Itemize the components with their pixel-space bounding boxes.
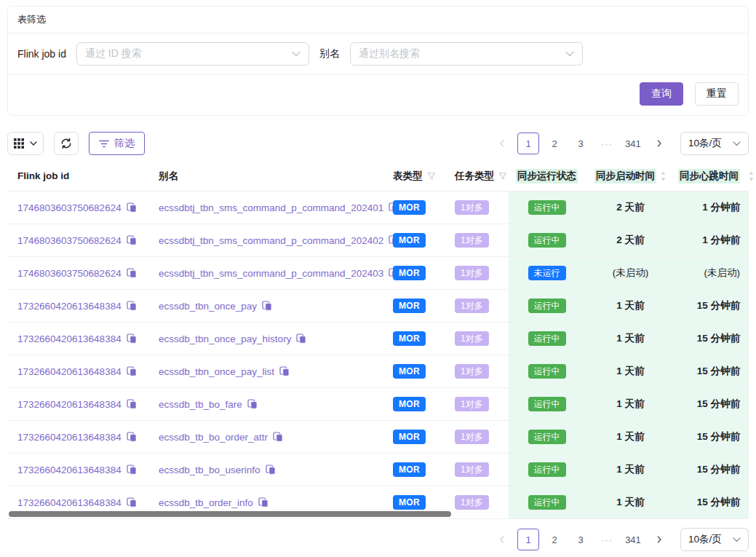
copy-icon[interactable] (127, 235, 137, 245)
pager-page-3[interactable]: 3 (570, 133, 592, 154)
alias-link[interactable]: ecssdb_tbn_once_pay_history (159, 333, 291, 344)
start-time-cell: 2 天前 (585, 224, 676, 256)
copy-icon[interactable] (258, 497, 268, 507)
pager-next[interactable] (648, 133, 670, 154)
chevron-down-icon (30, 141, 37, 146)
filter-funnel-icon[interactable] (498, 172, 507, 181)
flink-job-id-link[interactable]: 1732660420613648384 (17, 497, 122, 508)
table-type-tag: MOR (393, 233, 426, 248)
page-size-label: 10条/页 (688, 137, 722, 150)
alias-link[interactable]: ecssdb_tbn_once_pay_list (159, 366, 274, 377)
filter-toggle-label: 筛选 (114, 137, 135, 150)
table-type-cell: MOR (393, 397, 455, 411)
pager-row-bottom: 123···341 10条/页 (7, 528, 749, 551)
filter-funnel-icon[interactable] (427, 172, 436, 181)
reset-button[interactable]: 重置 (695, 82, 739, 106)
copy-icon[interactable] (127, 333, 137, 344)
flink-job-id-link[interactable]: 1732660420613648384 (17, 366, 122, 377)
alias-link[interactable]: ecssdbtj_tbn_sms_command_p_command_20240… (159, 268, 383, 279)
flink-job-id-link[interactable]: 1746803603750682624 (17, 202, 122, 213)
alias-link[interactable]: ecssdb_tbn_once_pay (159, 301, 257, 312)
table-row[interactable]: 1732660420613648384 ecssdb_tbn_once_pay_… (7, 323, 749, 355)
flink-job-id-cell: 1746803603750682624 (7, 235, 159, 246)
flink-job-id-cell: 1732660420613648384 (7, 432, 159, 443)
flink-job-id-link[interactable]: 1746803603750682624 (17, 268, 122, 279)
column-header-start-time[interactable]: 同步启动时间 (585, 169, 676, 183)
alias-label: 别名 (319, 47, 340, 60)
pager-page-341[interactable]: 341 (622, 133, 644, 154)
copy-icon[interactable] (127, 497, 137, 507)
sync-status-cell: 运行中 (509, 224, 585, 256)
copy-icon[interactable] (273, 432, 283, 442)
table-type-cell: MOR (393, 364, 455, 379)
table-row[interactable]: 1732660420613648384 ecssdb_tbn_once_pay … (7, 290, 749, 323)
pager-page-1[interactable]: 1 (517, 133, 539, 154)
copy-icon[interactable] (247, 399, 258, 409)
flink-job-id-link[interactable]: 1732660420613648384 (17, 399, 122, 410)
pager-page-341[interactable]: 341 (622, 529, 644, 550)
column-label: 同步运行状态 (516, 169, 578, 183)
copy-icon[interactable] (296, 333, 306, 344)
flink-job-id-link[interactable]: 1732660420613648384 (17, 465, 122, 475)
copy-icon[interactable] (127, 202, 137, 213)
copy-icon[interactable] (127, 268, 137, 278)
alias-link[interactable]: ecssdb_tb_bo_fare (159, 399, 242, 410)
query-button[interactable]: 查询 (640, 82, 683, 106)
flink-job-id-link[interactable]: 1732660420613648384 (17, 301, 122, 312)
pager-page-3[interactable]: 3 (570, 529, 592, 550)
pager-next[interactable] (648, 529, 670, 550)
table-type-cell: MOR (393, 462, 455, 477)
table-row[interactable]: 1732660420613648384 ecssdb_tb_bo_fare MO… (7, 388, 749, 421)
alias-link[interactable]: ecssdbtj_tbn_sms_command_p_command_20240… (159, 202, 383, 213)
copy-icon[interactable] (266, 465, 276, 475)
copy-icon[interactable] (127, 399, 137, 409)
sync-status-cell: 未运行 (509, 257, 585, 289)
copy-icon[interactable] (279, 366, 290, 376)
filter-toggle-button[interactable]: 筛选 (89, 132, 145, 155)
flink-job-id-link[interactable]: 1732660420613648384 (17, 432, 122, 443)
copy-icon[interactable] (127, 432, 137, 442)
pager-page-1[interactable]: 1 (517, 529, 539, 550)
pager-page-2[interactable]: 2 (544, 529, 565, 550)
page: { "filter_card": { "title": "表筛选", "fiel… (0, 0, 756, 557)
heartbeat-time-cell: 15 分钟前 (676, 323, 749, 355)
sorter-icon[interactable] (748, 171, 755, 181)
column-header-heartbeat-time[interactable]: 同步心跳时间 (676, 169, 749, 183)
page-size-select[interactable]: 10条/页 (680, 528, 749, 551)
flink-job-id-link[interactable]: 1732660420613648384 (17, 333, 122, 344)
copy-icon[interactable] (127, 301, 137, 311)
flink-job-id-select[interactable]: 通过 ID 搜索 (76, 42, 309, 66)
sync-status-cell: 运行中 (509, 290, 585, 322)
table-row[interactable]: 1732660420613648384 ecssdb_tb_bo_order_a… (7, 421, 749, 454)
column-settings-button[interactable] (7, 132, 44, 155)
pager-prev[interactable] (491, 133, 513, 154)
flink-job-id-link[interactable]: 1746803603750682624 (17, 235, 122, 246)
table-row[interactable]: 1746803603750682624 ecssdbtj_tbn_sms_com… (7, 224, 749, 257)
refresh-button[interactable] (54, 132, 79, 155)
page-size-select[interactable]: 10条/页 (680, 132, 749, 155)
alias-link[interactable]: ecssdb_tb_bo_order_attr (159, 432, 268, 443)
alias-link[interactable]: ecssdb_tb_bo_userinfo (159, 465, 260, 475)
copy-icon[interactable] (127, 366, 137, 376)
pager-page-2[interactable]: 2 (544, 133, 565, 154)
pager-ellipsis[interactable]: ··· (596, 133, 618, 154)
alias-select[interactable]: 通过别名搜索 (350, 42, 583, 66)
table-row[interactable]: 1746803603750682624 ecssdbtj_tbn_sms_com… (7, 191, 749, 224)
copy-icon[interactable] (262, 301, 272, 311)
sorter-icon[interactable] (660, 171, 667, 181)
table-row[interactable]: 1732660420613648384 ecssdb_tb_bo_userinf… (7, 454, 749, 486)
pager-prev[interactable] (491, 529, 513, 550)
table-row[interactable]: 1746803603750682624 ecssdbtj_tbn_sms_com… (7, 257, 749, 290)
alias-link[interactable]: ecssdbtj_tbn_sms_command_p_command_20240… (159, 235, 383, 246)
table-type-cell: MOR (393, 233, 455, 248)
status-tag: 运行中 (528, 331, 566, 346)
status-tag: 未运行 (528, 266, 566, 280)
flink-job-id-cell: 1732660420613648384 (7, 497, 159, 508)
table-type-cell: MOR (393, 200, 455, 215)
horizontal-scrollbar-thumb[interactable] (9, 511, 451, 517)
task-type-cell: 1对多 (455, 397, 509, 411)
table-row[interactable]: 1732660420613648384 ecssdb_tbn_once_pay_… (7, 355, 749, 388)
pager-ellipsis[interactable]: ··· (596, 529, 618, 550)
alias-link[interactable]: ecssdb_tb_order_info (159, 497, 253, 508)
copy-icon[interactable] (127, 465, 137, 475)
